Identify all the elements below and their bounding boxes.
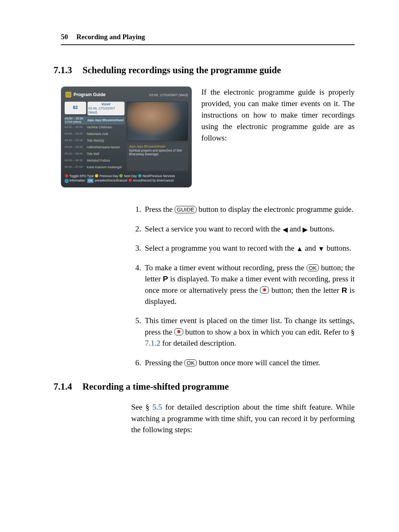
red-dot-icon-2 bbox=[129, 179, 132, 182]
figure-and-intro-row: Program Guide 03:02, 17/10/2007 (Wed) 82… bbox=[61, 87, 355, 188]
epg-channel-number: 82 bbox=[65, 102, 86, 114]
xref-712[interactable]: 7.1.2 bbox=[145, 339, 160, 348]
epg-row-prog: Adhirshtamaana Neram bbox=[87, 145, 125, 149]
red-dot-icon bbox=[65, 174, 68, 177]
epg-body: 82 VIJAY 02:49, 17/10/2007 (Wed) 03:00 –… bbox=[65, 102, 188, 170]
green-dot-icon bbox=[119, 174, 123, 177]
epg-row: 05:00 – 05:30Adhirshtamaana Neram bbox=[65, 144, 125, 151]
guide-key-icon: GUIDE bbox=[175, 206, 197, 213]
figure-column: Program Guide 03:02, 17/10/2007 (Wed) 82… bbox=[61, 87, 192, 188]
epg-clock: 03:02, 17/10/2007 (Wed) bbox=[149, 92, 188, 98]
epg-screenshot: Program Guide 03:02, 17/10/2007 (Wed) 82… bbox=[61, 87, 192, 188]
epg-info-desc: Spiritual prayers and speeches of Shri B… bbox=[129, 149, 186, 156]
epg-channel-time: 02:49, 17/10/2007 (Wed) bbox=[88, 106, 124, 115]
epg-row-prog: Vazhkai Chithiram bbox=[87, 125, 125, 129]
record-button-icon bbox=[260, 287, 269, 294]
epg-rows: 03:00 – 03:30 17/10 (Wed)Jaya Jaya Bhuva… bbox=[65, 117, 125, 171]
info-icon: i bbox=[65, 179, 69, 183]
ok-key-icon-2: OK bbox=[184, 359, 197, 366]
header-rule bbox=[61, 44, 355, 45]
epg-row-time: 03:30 – 04:00 bbox=[65, 126, 85, 129]
up-arrow-icon: ▲ bbox=[296, 245, 303, 253]
step-1: 1. Press the GUIDE button to display the… bbox=[131, 204, 355, 215]
epg-title: Program Guide bbox=[74, 92, 106, 98]
epg-row: 06:00 – 06:30Mettukal Pudusu bbox=[65, 157, 125, 164]
ok-key-icon: OK bbox=[307, 264, 319, 271]
epg-row-prog: Tele Mall bbox=[87, 152, 125, 156]
epg-title-row: Program Guide 03:02, 17/10/2007 (Wed) bbox=[65, 92, 188, 98]
steps-block: 1. Press the GUIDE button to display the… bbox=[131, 204, 355, 368]
epg-row-prog: Jaya Jaya Bhuvaneshwari bbox=[87, 118, 124, 122]
epg-row: 03:30 – 04:00Vazhkai Chithiram bbox=[65, 124, 125, 131]
epg-hint-rows: Toggle EPG Type Previous Day Next Day Ne… bbox=[65, 174, 188, 183]
letter-r: R bbox=[341, 286, 347, 294]
epg-row: 05:30 – 06:00Tele Mall bbox=[65, 151, 125, 157]
epg-row-time: 04:00 – 04:30 bbox=[65, 132, 85, 135]
left-arrow-icon: ◀ bbox=[283, 226, 288, 233]
ok-badge-icon: OK bbox=[87, 179, 94, 183]
chapter-title: Recording and Playing bbox=[76, 33, 145, 41]
section-title: Scheduling recordings using the programm… bbox=[82, 65, 281, 75]
page-number: 50 bbox=[61, 33, 68, 41]
epg-row-time: 06:00 – 06:30 bbox=[65, 159, 85, 162]
epg-row-time: 06:30 – 07:00 bbox=[65, 166, 85, 169]
epg-info-box: Jaya Jaya Bhuvaneshwari Spiritual prayer… bbox=[127, 143, 188, 170]
yellow-dot-icon bbox=[95, 174, 98, 177]
epg-row-prog: Nalamaria Aval bbox=[87, 132, 125, 136]
epg-row-time: 05:00 – 05:30 bbox=[65, 146, 85, 149]
running-header: 50 Recording and Playing bbox=[61, 32, 355, 42]
epg-hint-row-1: Toggle EPG Type Previous Day Next Day Ne… bbox=[65, 174, 188, 179]
epg-row-time: 05:30 – 06:00 bbox=[65, 152, 85, 155]
epg-row-prog: Tele Mart(vj) bbox=[87, 138, 125, 143]
section-714-para: See § 5.5 for detailed description about… bbox=[131, 401, 355, 435]
intro-text: If the electronic programme guide is pro… bbox=[201, 87, 355, 188]
record-button-icon-2 bbox=[174, 328, 183, 335]
section-title: Recording a time-shifted programme bbox=[82, 382, 229, 392]
step-4: 4. To make a timer event without recordi… bbox=[131, 262, 355, 307]
section-number: 7.1.4 bbox=[54, 382, 72, 392]
steps-list: 1. Press the GUIDE button to display the… bbox=[131, 204, 355, 368]
epg-row: 04:30 – 05:00Tele Mart(vj) bbox=[65, 138, 125, 144]
epg-row: 04:00 – 04:30Nalamaria Aval bbox=[65, 131, 125, 138]
letter-p: P bbox=[163, 274, 168, 283]
epg-logo-icon bbox=[65, 92, 71, 98]
epg-preview-image bbox=[127, 102, 188, 141]
epg-row-time: 03:00 – 03:30 17/10 (Wed) bbox=[65, 117, 86, 123]
section-heading-714: 7.1.4 Recording a time-shifted programme bbox=[54, 380, 355, 393]
right-arrow-icon: ▶ bbox=[303, 226, 308, 233]
epg-right-column: Jaya Jaya Bhuvaneshwari Spiritual prayer… bbox=[127, 102, 188, 170]
section-heading-713: 7.1.3 Scheduling recordings using the pr… bbox=[54, 64, 355, 77]
cyan-dot-icon bbox=[138, 174, 141, 177]
epg-hint-row-2: iInformation OKpreselect/record/cancel r… bbox=[65, 178, 188, 183]
epg-row-prog: Mettukal Pudusu bbox=[87, 158, 125, 163]
epg-info-title: Jaya Jaya Bhuvaneshwari bbox=[129, 145, 186, 149]
step-2: 2. Select a service you want to record w… bbox=[131, 223, 355, 234]
epg-channel-header: 82 VIJAY 02:49, 17/10/2007 (Wed) bbox=[65, 102, 125, 115]
epg-channel-info: VIJAY 02:49, 17/10/2007 (Wed) bbox=[88, 102, 125, 115]
step-6: 6. Pressing the OK button once more will… bbox=[131, 357, 355, 368]
page: 50 Recording and Playing 7.1.3 Schedulin… bbox=[0, 0, 399, 532]
down-arrow-icon: ▼ bbox=[318, 245, 325, 253]
epg-row-prog: Kana Kaanum Kaalangal bbox=[87, 165, 125, 169]
epg-list-column: 82 VIJAY 02:49, 17/10/2007 (Wed) 03:00 –… bbox=[65, 102, 125, 170]
epg-row: 03:00 – 03:30 17/10 (Wed)Jaya Jaya Bhuva… bbox=[65, 117, 125, 124]
epg-channel-name: VIJAY bbox=[101, 102, 110, 106]
xref-55[interactable]: 5.5 bbox=[153, 403, 162, 411]
epg-row-time: 04:30 – 05:00 bbox=[65, 139, 85, 142]
section-number: 7.1.3 bbox=[54, 65, 72, 75]
epg-row: 06:30 – 07:00Kana Kaanum Kaalangal bbox=[65, 164, 125, 171]
step-5: 5. This timer event is placed on the tim… bbox=[131, 315, 355, 349]
step-3: 3. Select a programme you want to record… bbox=[131, 243, 355, 254]
